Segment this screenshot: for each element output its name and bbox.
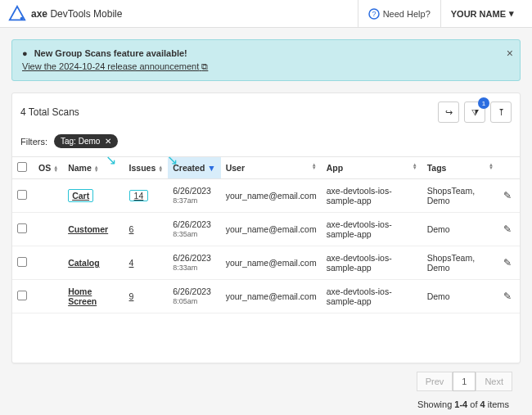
user-cell: your_name@email.com (221, 246, 322, 280)
created-cell: 6/26/20238:37am (168, 179, 220, 213)
sort-desc-icon: ▼ (207, 163, 215, 173)
showing-text: Showing 1-4 of 4 items (417, 399, 512, 409)
row-checkbox[interactable] (17, 291, 27, 300)
row-checkbox[interactable] (17, 257, 27, 267)
created-cell: 6/26/20238:33am (168, 246, 220, 280)
announcement-banner: ●New Group Scans feature available! View… (11, 39, 521, 81)
filter-button[interactable]: ⧩1 (464, 101, 485, 123)
info-icon: ● (22, 48, 28, 58)
row-checkbox[interactable] (17, 223, 27, 233)
scan-name-link[interactable]: Catalog (63, 246, 124, 280)
svg-point-1 (20, 16, 24, 20)
issues-link[interactable]: 14 (124, 179, 169, 213)
page-number[interactable]: 1 (453, 372, 476, 391)
tags-cell: Demo (422, 213, 498, 246)
app-cell: axe-devtools-ios-sample-app (322, 179, 422, 213)
filters-label: Filters: (20, 137, 47, 147)
table-row: Customer66/26/20238:35amyour_name@email.… (12, 213, 520, 246)
app-cell: axe-devtools-ios-sample-app (322, 246, 422, 280)
col-name[interactable]: Name▲▼ (63, 157, 124, 179)
brand-bold: axe (31, 8, 47, 20)
table-row: Home Screen96/26/20238:05amyour_name@ema… (12, 280, 520, 314)
filter-chip[interactable]: Tag: Demo✕ (54, 134, 118, 148)
announcement-link[interactable]: View the 2024-10-24 release announcement… (22, 61, 208, 71)
select-all-checkbox[interactable] (17, 162, 27, 172)
col-app[interactable]: App▲▼ (322, 157, 422, 179)
share-icon: ↪ (445, 107, 453, 118)
issues-link[interactable]: 9 (124, 280, 169, 314)
tags-cell: ShopsTeam, Demo (422, 179, 498, 213)
col-user[interactable]: User▲▼ (221, 157, 322, 179)
next-button[interactable]: Next (476, 372, 512, 391)
brand-rest: DevTools Mobile (50, 8, 122, 20)
col-tags[interactable]: Tags▲▼ (422, 157, 498, 179)
caret-down-icon: ▾ (509, 8, 514, 19)
edit-icon[interactable]: ✎ (503, 223, 512, 235)
created-cell: 6/26/20238:35am (168, 213, 220, 246)
pagination: Prev 1 Next (417, 372, 512, 391)
issues-link[interactable]: 4 (124, 246, 169, 280)
funnel-icon: ⧩ (471, 107, 479, 118)
table-row: Catalog46/26/20238:33amyour_name@email.c… (12, 246, 520, 280)
help-link[interactable]: ? Need Help? (358, 0, 440, 28)
upload-icon: ⤒ (498, 107, 505, 118)
brand: axe DevTools Mobile (8, 5, 122, 23)
scan-name-link[interactable]: Home Screen (63, 280, 124, 314)
card-title: 4 Total Scans (20, 106, 79, 118)
filter-badge: 1 (478, 97, 489, 109)
app-cell: axe-devtools-ios-sample-app (322, 280, 422, 314)
scan-name-link[interactable]: Cart (63, 179, 124, 213)
app-cell: axe-devtools-ios-sample-app (322, 213, 422, 246)
upload-button[interactable]: ⤒ (490, 101, 512, 123)
user-cell: your_name@email.com (221, 179, 322, 213)
tags-cell: ShopsTeam, Demo (422, 246, 498, 280)
close-icon[interactable]: × (507, 47, 513, 60)
help-icon: ? (368, 8, 380, 20)
share-button[interactable]: ↪ (438, 101, 459, 123)
row-checkbox[interactable] (17, 190, 27, 200)
edit-icon[interactable]: ✎ (503, 291, 512, 302)
edit-icon[interactable]: ✎ (503, 257, 512, 268)
svg-text:?: ? (372, 10, 376, 18)
chip-remove-icon[interactable]: ✕ (105, 137, 111, 146)
col-issues[interactable]: Issues▲▼ (124, 157, 169, 179)
issues-link[interactable]: 6 (124, 213, 169, 246)
table-row: Cart146/26/20238:37amyour_name@email.com… (12, 179, 520, 213)
scans-table: OS▲▼ Name▲▼ Issues▲▼ Created ▼ User▲▼ Ap… (12, 156, 520, 314)
user-cell: your_name@email.com (221, 280, 322, 314)
scan-name-link[interactable]: Customer (63, 213, 124, 246)
created-cell: 6/26/20238:05am (168, 280, 220, 314)
user-menu[interactable]: YOUR NAME ▾ (440, 0, 524, 28)
tags-cell: Demo (422, 280, 498, 314)
edit-icon[interactable]: ✎ (503, 190, 512, 201)
col-os[interactable]: OS▲▼ (34, 157, 63, 179)
axe-logo-icon (8, 5, 26, 23)
col-created[interactable]: Created ▼ (168, 157, 220, 179)
prev-button[interactable]: Prev (417, 372, 453, 391)
user-cell: your_name@email.com (221, 213, 322, 246)
external-link-icon: ⧉ (201, 61, 208, 71)
